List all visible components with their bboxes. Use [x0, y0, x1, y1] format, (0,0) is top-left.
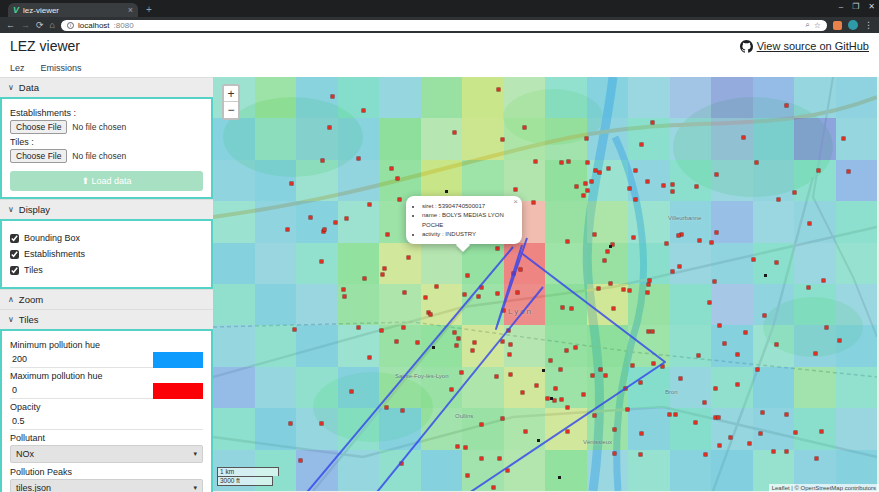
pollution-peaks-label: Pollution Peaks — [10, 467, 203, 477]
data-panel: Establishments : Choose File No file cho… — [0, 97, 213, 199]
new-tab-button[interactable]: + — [146, 4, 152, 17]
github-link-label: View source on GitHub — [757, 40, 869, 52]
min-hue-swatch — [153, 352, 203, 368]
section-title: Display — [19, 204, 50, 215]
load-data-button[interactable]: ⬆ Load data — [10, 171, 203, 191]
checkbox-label: Tiles — [24, 265, 43, 275]
vite-logo-icon: V — [13, 6, 19, 15]
pollutant-select[interactable]: NOx ▾ — [10, 445, 203, 463]
github-source-link[interactable]: View source on GitHub — [740, 40, 869, 53]
section-title: Data — [19, 82, 39, 93]
section-title: Tiles — [19, 314, 39, 325]
scale-ft: 3000 ft — [217, 476, 273, 486]
url-bar[interactable]: i localhost:8080 ⌕ ☆ — [61, 20, 827, 31]
site-info-icon[interactable]: i — [67, 22, 74, 29]
scale-control: 1 km 3000 ft — [217, 467, 279, 486]
section-header-display[interactable]: ∨ Display — [0, 199, 213, 219]
nav-tab-emissions[interactable]: Emissions — [41, 63, 82, 73]
max-hue-swatch — [153, 383, 203, 399]
pollutant-value: NOx — [16, 449, 34, 459]
app-header: LEZ viewer View source on GitHub — [0, 33, 879, 59]
home-button[interactable]: ⌂ — [50, 21, 55, 30]
close-button[interactable]: ✕ — [868, 2, 875, 11]
establishments-file-button[interactable]: Choose File — [10, 120, 67, 134]
page-title: LEZ viewer — [10, 38, 80, 54]
extension-icon[interactable] — [833, 21, 842, 30]
nav-tab-lez[interactable]: Lez — [10, 63, 25, 73]
popup-line: siret : 53904740500017 — [422, 202, 514, 211]
tab-close-icon[interactable]: × — [128, 5, 133, 15]
url-port: :8080 — [114, 21, 134, 30]
checkbox-label: Bounding Box — [24, 233, 80, 243]
zoom-control: + − — [222, 84, 240, 120]
opacity-label: Opacity — [10, 402, 203, 412]
map-canvas[interactable]: LyonVilleurbanneSainte-Foy-lès-LyonOulli… — [213, 77, 879, 492]
checkbox-establishments[interactable] — [10, 250, 19, 259]
section-header-zoom[interactable]: ∧ Zoom — [0, 289, 213, 309]
section-title: Zoom — [19, 294, 43, 305]
tiles-file-status: No file chosen — [72, 151, 126, 161]
establishments-label: Establishments : — [10, 108, 203, 118]
tab-title: lez-viewer — [23, 6, 124, 15]
reload-button[interactable]: ⟳ — [36, 21, 44, 30]
url-host: localhost — [78, 21, 110, 30]
pollutant-label: Pollutant — [10, 433, 203, 443]
section-header-tiles[interactable]: ∨ Tiles — [0, 309, 213, 329]
tiles-file-button[interactable]: Choose File — [10, 149, 67, 163]
chevron-down-icon: ∨ — [8, 205, 14, 214]
zoom-in-button[interactable]: + — [224, 86, 238, 102]
browser-tab[interactable]: V lez-viewer × — [8, 3, 138, 17]
bounding-box-lines — [213, 77, 877, 491]
map-attribution: Leaflet | © OpenStreetMap contributors — [769, 484, 879, 492]
chevron-down-icon: ∨ — [8, 83, 14, 92]
popup-line: name : BOLYS MEDIAS LYON POCHE — [422, 211, 514, 230]
max-hue-input[interactable] — [10, 383, 153, 399]
zoom-out-button[interactable]: − — [224, 102, 238, 118]
chevron-down-icon: ▾ — [193, 484, 197, 492]
upload-icon: ⬆ — [81, 176, 89, 186]
checkbox-bounding-box[interactable] — [10, 234, 19, 243]
checkbox-label: Establishments — [24, 249, 85, 259]
scale-km: 1 km — [217, 467, 279, 476]
restore-button[interactable]: ❐ — [852, 2, 859, 11]
github-icon — [740, 40, 753, 53]
app-nav: LezEmissions — [0, 59, 879, 77]
min-hue-input[interactable] — [10, 352, 153, 368]
section-header-data[interactable]: ∨ Data — [0, 77, 213, 97]
checkbox-tiles[interactable] — [10, 266, 19, 275]
chevron-up-icon: ∧ — [8, 295, 14, 304]
popup-close-icon[interactable]: × — [513, 197, 518, 206]
browser-toolbar: ← → ⟳ ⌂ i localhost:8080 ⌕ ☆ ⋮ — [0, 17, 879, 33]
bookmark-star-icon[interactable]: ☆ — [814, 21, 821, 30]
chevron-down-icon: ∨ — [8, 315, 14, 324]
tiles-panel: Minimum pollution hue Maximum pollution … — [0, 329, 213, 492]
pollution-peaks-select[interactable]: tiles.json ▾ — [10, 479, 203, 492]
display-panel: Bounding BoxEstablishmentsTiles — [0, 219, 213, 289]
popup-line: activity : INDUSTRY — [422, 230, 514, 239]
browser-window: V lez-viewer × + – ❐ ✕ ← → ⟳ ⌂ i localho… — [0, 0, 879, 492]
forward-button[interactable]: → — [21, 21, 30, 30]
tiles-file-label: Tiles : — [10, 137, 203, 147]
sidebar: ∨ Data Establishments : Choose File No f… — [0, 77, 213, 492]
browser-menu-icon[interactable]: ⋮ — [864, 20, 873, 30]
pollution-peaks-value: tiles.json — [16, 483, 51, 492]
establishments-file-status: No file chosen — [72, 122, 126, 132]
minimize-button[interactable]: – — [839, 2, 843, 11]
profile-avatar[interactable] — [848, 20, 858, 30]
browser-tabstrip: V lez-viewer × + – ❐ ✕ — [0, 0, 879, 17]
min-hue-label: Minimum pollution hue — [10, 340, 203, 350]
max-hue-label: Maximum pollution hue — [10, 371, 203, 381]
chevron-down-icon: ▾ — [193, 450, 197, 458]
back-button[interactable]: ← — [6, 21, 15, 30]
opacity-input[interactable] — [10, 414, 203, 430]
search-icon[interactable]: ⌕ — [805, 20, 809, 30]
establishment-popup: × siret : 53904740500017name : BOLYS MED… — [406, 196, 522, 244]
load-data-label: Load data — [92, 176, 132, 186]
